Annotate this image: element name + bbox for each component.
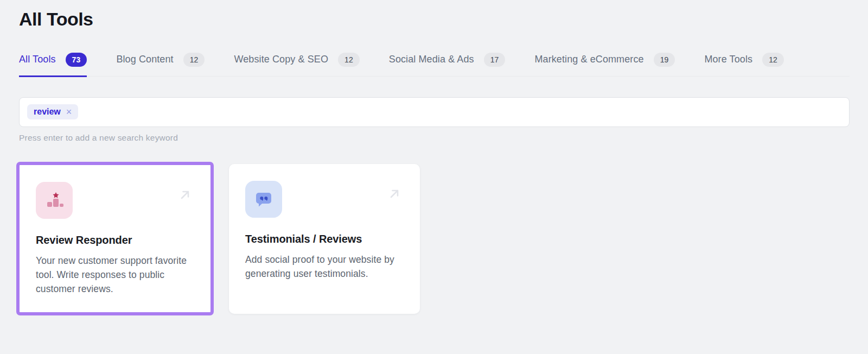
remove-tag-icon[interactable]: × [66,107,72,117]
tool-description: Your new customer support favorite tool.… [36,254,192,296]
tab-label: Website Copy & SEO [234,54,328,65]
tab-marketing-ecommerce[interactable]: Marketing & eCommerce 19 [534,53,675,77]
tab-social-media-ads[interactable]: Social Media & Ads 17 [389,53,506,77]
tab-label: All Tools [19,54,56,65]
page-title: All Tools [19,8,850,31]
tab-count-badge: 12 [338,53,360,67]
keyword-search-box[interactable]: review × [19,97,850,127]
search-input[interactable] [85,107,841,117]
review-bars-star-icon [36,182,73,219]
tab-count-badge: 12 [762,53,784,67]
open-tool-arrow-icon[interactable] [178,188,192,204]
tool-description: Add social proof to your website by gene… [245,252,401,281]
tool-title: Review Responder [36,234,194,246]
tab-count-badge: 12 [183,53,205,67]
all-tools-page: All Tools All Tools 73 Blog Content 12 W… [0,0,868,315]
category-tabbar: All Tools 73 Blog Content 12 Website Cop… [19,53,850,77]
speech-bubble-quote-icon [245,181,282,218]
tab-more-tools[interactable]: More Tools 12 [704,53,784,77]
card-testimonials-reviews[interactable]: Testimonials / Reviews Add social proof … [229,164,420,314]
tool-title: Testimonials / Reviews [245,233,404,245]
tab-count-badge: 73 [66,53,87,67]
card-review-responder[interactable]: Review Responder Your new customer suppo… [20,165,210,312]
highlight-outline: Review Responder Your new customer suppo… [16,162,214,315]
open-tool-arrow-icon[interactable] [387,187,401,203]
tab-label: Marketing & eCommerce [534,54,643,65]
tab-website-copy-seo[interactable]: Website Copy & SEO 12 [234,53,359,77]
search-helper-text: Press enter to add a new search keyword [19,133,850,143]
tool-cards-row: Review Responder Your new customer suppo… [19,164,850,315]
tab-count-badge: 17 [484,53,506,67]
tab-label: Blog Content [116,54,173,65]
tab-blog-content[interactable]: Blog Content 12 [116,53,205,77]
tab-all-tools[interactable]: All Tools 73 [19,53,87,77]
tab-count-badge: 19 [654,53,675,67]
search-tag-label: review [34,107,61,117]
tab-label: More Tools [704,54,752,65]
tab-label: Social Media & Ads [389,54,474,65]
search-tag-review: review × [27,104,78,119]
